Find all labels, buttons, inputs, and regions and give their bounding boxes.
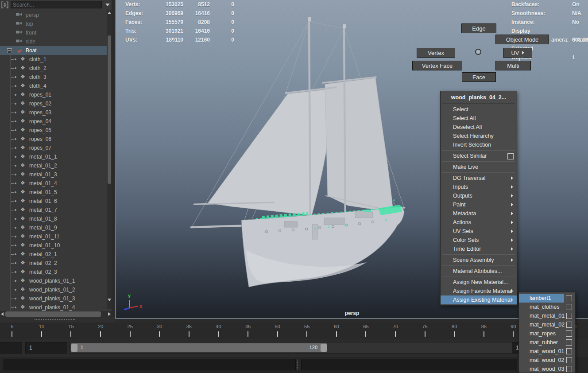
submenu-item-mat-rubber[interactable]: mat_rubber — [519, 338, 575, 347]
material-option-checkbox[interactable] — [566, 330, 572, 337]
outliner-horizontal-scrollbar[interactable] — [0, 311, 112, 317]
outliner-display-icon[interactable] — [1, 1, 9, 9]
menu-item-select-similar[interactable]: Select Similar — [441, 152, 517, 160]
scrollbar-thumb[interactable] — [108, 35, 111, 184]
outliner-item[interactable]: ❖metal_01_1 — [0, 152, 107, 161]
menu-item-make-live[interactable]: Make Live — [441, 163, 517, 171]
outliner-item[interactable]: ❖metal_01_7 — [0, 206, 107, 214]
submenu-item-mat-ropes[interactable]: mat_ropes — [519, 329, 575, 338]
search-input[interactable] — [11, 1, 102, 8]
outliner-item[interactable]: ❖metal_01_10 — [0, 241, 107, 250]
marking-menu-vertex-button[interactable]: Vertex — [417, 48, 455, 58]
scroll-right-icon[interactable] — [108, 312, 111, 316]
submenu-item-mat-metal-02[interactable]: mat_metal_02 — [519, 320, 575, 329]
range-slider-track[interactable]: 1 120 — [70, 342, 515, 354]
menu-item-select-hierarchy[interactable]: Select Hierarchy — [441, 132, 517, 140]
outliner-item[interactable]: ❖ropes_03 — [0, 108, 107, 117]
menu-item-outputs[interactable]: Outputs — [441, 191, 517, 200]
outliner-item[interactable]: ❖cloth_2 — [0, 64, 107, 73]
submenu-item-mat-metal-01[interactable]: mat_metal_01 — [519, 311, 575, 320]
outliner-item[interactable]: ❖metal_02_2 — [0, 259, 107, 268]
outliner-item[interactable]: ❖ropes_05 — [0, 126, 107, 135]
menu-item-metadata[interactable]: Metadata — [441, 209, 517, 218]
menu-item-material-attributes[interactable]: Material Attributes... — [441, 267, 517, 276]
animation-start-field[interactable] — [0, 342, 22, 354]
material-option-checkbox[interactable] — [566, 339, 572, 346]
outliner-item[interactable]: ❖cloth_1 — [0, 55, 107, 64]
menu-item-deselect-all[interactable]: Deselect All — [441, 123, 517, 132]
option-box-icon[interactable] — [507, 153, 514, 159]
outliner-item-boat[interactable]: Boat — [0, 46, 107, 55]
menu-item-select-all[interactable]: Select All — [441, 114, 517, 123]
material-option-checkbox[interactable] — [566, 295, 572, 301]
marking-menu-uv-button[interactable]: UV — [503, 48, 532, 58]
menu-item-assign-favorite-material[interactable]: Assign Favorite Material — [441, 287, 517, 295]
menu-item-paint[interactable]: Paint — [441, 200, 517, 209]
outliner-item[interactable]: ❖ropes_04 — [0, 117, 107, 126]
scroll-down-icon[interactable] — [108, 299, 111, 301]
menu-item-inputs[interactable]: Inputs — [441, 183, 517, 191]
outliner-item[interactable]: ❖metal_01_6 — [0, 197, 107, 206]
menu-item-scene-assembly[interactable]: Scene Assembly — [441, 256, 517, 264]
material-option-checkbox[interactable] — [566, 366, 572, 372]
material-option-checkbox[interactable] — [566, 322, 572, 328]
outliner-item-top[interactable]: top — [0, 19, 107, 28]
range-slider-bar[interactable]: 1 120 — [71, 343, 327, 352]
outliner-item-persp[interactable]: persp — [0, 11, 107, 19]
outliner-item[interactable]: ❖metal_01_9 — [0, 223, 107, 232]
marking-menu-multi-button[interactable]: Multi — [495, 61, 531, 70]
outliner-item[interactable]: ❖metal_01_3 — [0, 170, 107, 179]
outliner-item[interactable]: ❖metal_02_1 — [0, 250, 107, 259]
outliner-item-front[interactable]: front — [0, 28, 107, 37]
outliner-item[interactable]: ❖metal_01_5 — [0, 188, 107, 197]
material-option-checkbox[interactable] — [566, 348, 572, 354]
material-option-checkbox[interactable] — [566, 357, 572, 363]
menu-item-invert-selection[interactable]: Invert Selection — [441, 140, 517, 149]
range-start-handle[interactable] — [71, 343, 78, 352]
playback-start-field[interactable]: 1 — [25, 342, 67, 354]
outliner-item[interactable]: ❖wood_planks_01_3 — [0, 294, 107, 303]
menu-item-assign-new-material[interactable]: Assign New Material... — [441, 278, 517, 287]
outliner-item[interactable]: ❖cloth_4 — [0, 82, 107, 90]
panel-resize-grip[interactable] — [0, 317, 115, 322]
command-line-grip[interactable] — [297, 361, 300, 369]
outliner-item[interactable]: ❖ropes_02 — [0, 99, 107, 108]
outliner-item[interactable]: ❖wood_planks_01_1 — [0, 276, 107, 285]
menu-item-color-sets[interactable]: Color Sets — [441, 236, 517, 245]
menu-item-select[interactable]: Select — [441, 105, 517, 114]
outliner-item[interactable]: ❖ropes_06 — [0, 135, 107, 144]
collapse-expander-icon[interactable] — [7, 48, 12, 53]
submenu-item-mat-wood-02[interactable]: mat_wood_02 — [519, 356, 575, 365]
outliner-item[interactable]: ❖metal_02_3 — [0, 268, 107, 276]
command-line-input[interactable] — [4, 359, 296, 370]
marking-menu-edge-button[interactable]: Edge — [461, 23, 496, 33]
outliner-item[interactable]: ❖metal_01_8 — [0, 214, 107, 223]
menu-item-actions[interactable]: Actions — [441, 218, 517, 227]
outliner-item[interactable]: ❖metal_01_4 — [0, 179, 107, 188]
material-option-checkbox[interactable] — [566, 313, 572, 319]
submenu-item-mat-wood-01[interactable]: mat_wood_01 — [519, 347, 575, 356]
outliner-item[interactable]: ❖cloth_3 — [0, 73, 107, 82]
search-filter-dropdown-icon[interactable] — [105, 4, 110, 6]
material-option-checkbox[interactable] — [566, 304, 572, 310]
marking-menu-vertex-face-button[interactable]: Vertex Face — [412, 61, 462, 70]
menu-item-assign-existing-material[interactable]: Assign Existing Material — [441, 295, 517, 304]
outliner-item[interactable]: ❖ropes_01 — [0, 90, 107, 99]
submenu-item-mat-wood-03[interactable]: mat_wood_03 — [519, 365, 575, 373]
menu-item-uv-sets[interactable]: UV Sets — [441, 227, 517, 236]
marking-menu-object-mode-button[interactable]: Object Mode — [495, 35, 549, 44]
outliner-item-side[interactable]: side — [0, 37, 107, 46]
scroll-left-icon[interactable] — [1, 312, 4, 316]
outliner-item[interactable]: ❖metal_01_2 — [0, 161, 107, 170]
marking-menu-face-button[interactable]: Face — [462, 72, 496, 82]
scrollbar-thumb[interactable] — [5, 311, 101, 317]
submenu-item-mat-clothes[interactable]: mat_clothes — [519, 303, 575, 311]
time-slider[interactable]: 5 10 15 20 25 30 35 40 45 50 55 60 65 70… — [0, 322, 588, 340]
range-end-handle[interactable] — [320, 343, 327, 352]
outliner-item[interactable]: ❖wood_planks_01_4 — [0, 303, 107, 312]
menu-item-time-editor[interactable]: Time Editor — [441, 245, 517, 253]
submenu-item-lambert1[interactable]: lambert1 — [519, 294, 575, 303]
outliner-item[interactable]: ❖ropes_07 — [0, 144, 107, 152]
outliner-item[interactable]: ❖metal_01_11 — [0, 232, 107, 241]
outliner-vertical-scrollbar[interactable] — [107, 10, 112, 309]
